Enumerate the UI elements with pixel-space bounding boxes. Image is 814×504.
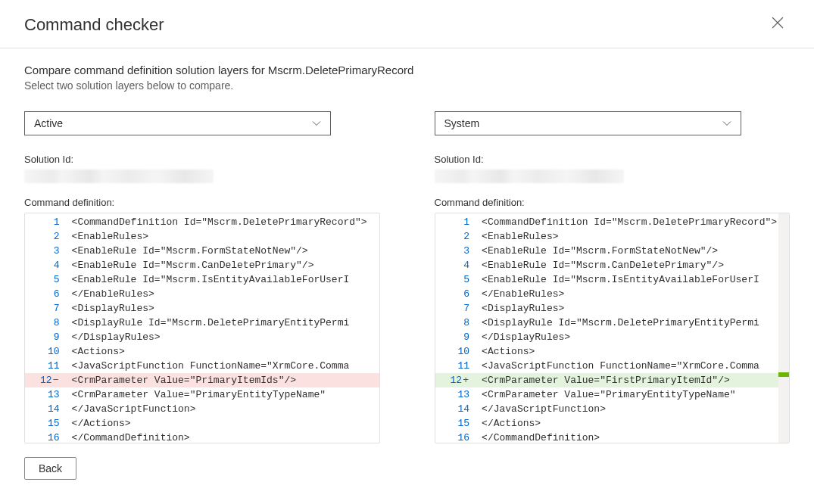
code-body[interactable]: <CommandDefinition Id="Mscrm.DeletePrima… bbox=[67, 213, 379, 443]
chevron-down-icon bbox=[722, 119, 731, 128]
code-line: <JavaScriptFunction FunctionName="XrmCor… bbox=[67, 359, 379, 373]
compare-subtitle: Compare command definition solution laye… bbox=[24, 64, 790, 76]
compare-instruction: Select two solution layers below to comp… bbox=[24, 79, 790, 92]
line-number: 15 bbox=[435, 416, 478, 431]
line-number: 9 bbox=[25, 330, 67, 344]
dialog-content: Compare command definition solution laye… bbox=[0, 48, 814, 443]
code-line: </Actions> bbox=[477, 416, 789, 431]
line-number: 11 bbox=[25, 359, 67, 373]
code-line: </CommandDefinition> bbox=[67, 431, 379, 443]
line-number: 3 bbox=[435, 244, 478, 258]
code-line: <DisplayRules> bbox=[67, 301, 379, 316]
close-icon bbox=[772, 17, 784, 29]
code-line: <EnableRule Id="Mscrm.FormStateNotNew"/> bbox=[67, 244, 379, 258]
line-number: 8 bbox=[435, 316, 478, 330]
line-number: 12+ bbox=[435, 373, 478, 387]
layer-dropdown-right[interactable]: System bbox=[435, 111, 741, 135]
code-gutter: 123456789101112+13141516 bbox=[435, 213, 478, 443]
code-line: <Actions> bbox=[477, 344, 789, 359]
command-definition-label: Command definition: bbox=[435, 197, 791, 208]
code-line: </CommandDefinition> bbox=[477, 431, 789, 443]
line-number: 13 bbox=[25, 387, 67, 402]
scroll-track[interactable] bbox=[778, 213, 789, 443]
code-line: <JavaScriptFunction FunctionName="XrmCor… bbox=[477, 359, 789, 373]
code-line: <CrmParameter Value="PrimaryItemIds"/> bbox=[67, 373, 379, 387]
line-number: 5 bbox=[435, 272, 478, 287]
solution-id-value-redacted bbox=[24, 170, 214, 183]
line-number: 16 bbox=[435, 431, 478, 443]
back-button[interactable]: Back bbox=[24, 457, 76, 480]
dropdown-value: Active bbox=[34, 117, 63, 129]
line-number: 11 bbox=[435, 359, 478, 373]
code-line: <EnableRule Id="Mscrm.CanDeletePrimary"/… bbox=[477, 258, 789, 272]
code-diff-left: 123456789101112−13141516 <CommandDefinit… bbox=[24, 213, 380, 443]
dialog-footer: Back bbox=[0, 443, 814, 493]
code-line: <EnableRule Id="Mscrm.FormStateNotNew"/> bbox=[477, 244, 789, 258]
code-line: <CrmParameter Value="PrimaryEntityTypeNa… bbox=[477, 387, 789, 402]
solution-id-label: Solution Id: bbox=[24, 154, 380, 165]
code-line: <DisplayRule Id="Mscrm.DeletePrimaryEnti… bbox=[67, 316, 379, 330]
code-line: <Actions> bbox=[67, 344, 379, 359]
line-number: 9 bbox=[435, 330, 478, 344]
code-line: <EnableRules> bbox=[477, 229, 789, 244]
code-line: <CommandDefinition Id="Mscrm.DeletePrima… bbox=[67, 215, 379, 229]
code-line: </JavaScriptFunction> bbox=[477, 402, 789, 416]
line-number: 8 bbox=[25, 316, 67, 330]
scroll-diff-marker bbox=[778, 372, 789, 377]
code-line: </EnableRules> bbox=[67, 287, 379, 301]
line-number: 4 bbox=[25, 258, 67, 272]
line-number: 6 bbox=[25, 287, 67, 301]
code-line: <CrmParameter Value="FirstPrimaryItemId"… bbox=[477, 373, 789, 387]
line-number: 6 bbox=[435, 287, 478, 301]
code-line: <EnableRule Id="Mscrm.IsEntityAvailableF… bbox=[477, 272, 789, 287]
line-number: 10 bbox=[435, 344, 478, 359]
line-number: 13 bbox=[435, 387, 478, 402]
line-number: 16 bbox=[25, 431, 67, 443]
line-number: 14 bbox=[25, 402, 67, 416]
code-line: </JavaScriptFunction> bbox=[67, 402, 379, 416]
solution-id-value-redacted bbox=[435, 170, 624, 183]
compare-column-left: Active Solution Id: Command definition: … bbox=[24, 111, 380, 443]
chevron-down-icon bbox=[312, 119, 321, 128]
code-line: <EnableRule Id="Mscrm.IsEntityAvailableF… bbox=[67, 272, 379, 287]
command-definition-label: Command definition: bbox=[24, 197, 380, 208]
line-number: 12− bbox=[25, 373, 67, 387]
code-line: <DisplayRules> bbox=[477, 301, 789, 316]
line-number: 3 bbox=[25, 244, 67, 258]
line-number: 7 bbox=[25, 301, 67, 316]
line-number: 5 bbox=[25, 272, 67, 287]
compare-column-right: System Solution Id: Command definition: … bbox=[435, 111, 791, 443]
line-number: 1 bbox=[435, 215, 478, 229]
layer-dropdown-left[interactable]: Active bbox=[24, 111, 331, 135]
compare-grid: Active Solution Id: Command definition: … bbox=[24, 111, 790, 443]
code-diff-right: 123456789101112+13141516 <CommandDefinit… bbox=[435, 213, 791, 443]
line-number: 10 bbox=[25, 344, 67, 359]
line-number: 7 bbox=[435, 301, 478, 316]
line-number: 2 bbox=[435, 229, 478, 244]
line-number: 15 bbox=[25, 416, 67, 431]
code-line: <CrmParameter Value="PrimaryEntityTypeNa… bbox=[67, 387, 379, 402]
code-line: <DisplayRule Id="Mscrm.DeletePrimaryEnti… bbox=[477, 316, 789, 330]
code-line: </EnableRules> bbox=[477, 287, 789, 301]
dropdown-value: System bbox=[444, 117, 480, 129]
code-line: <CommandDefinition Id="Mscrm.DeletePrima… bbox=[477, 215, 789, 229]
code-line: <EnableRule Id="Mscrm.CanDeletePrimary"/… bbox=[67, 258, 379, 272]
solution-id-label: Solution Id: bbox=[435, 154, 791, 165]
code-gutter: 123456789101112−13141516 bbox=[25, 213, 67, 443]
line-number: 1 bbox=[25, 215, 67, 229]
dialog-header: Command checker bbox=[0, 0, 814, 48]
line-number: 4 bbox=[435, 258, 478, 272]
code-line: </Actions> bbox=[67, 416, 379, 431]
code-line: <EnableRules> bbox=[67, 229, 379, 244]
line-number: 2 bbox=[25, 229, 67, 244]
close-button[interactable] bbox=[766, 14, 790, 36]
code-body[interactable]: <CommandDefinition Id="Mscrm.DeletePrima… bbox=[477, 213, 789, 443]
code-line: </DisplayRules> bbox=[67, 330, 379, 344]
dialog-title: Command checker bbox=[24, 15, 164, 35]
line-number: 14 bbox=[435, 402, 478, 416]
code-line: </DisplayRules> bbox=[477, 330, 789, 344]
